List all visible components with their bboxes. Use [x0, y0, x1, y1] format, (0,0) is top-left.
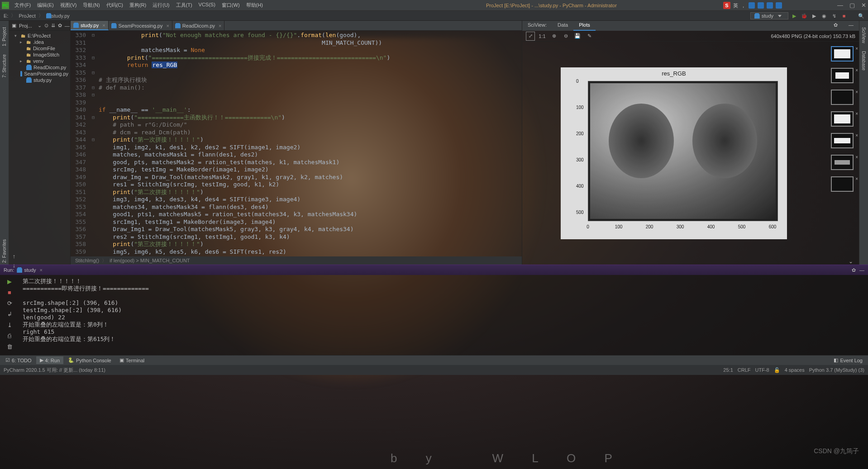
actual-size-icon[interactable]: 1:1: [538, 32, 547, 41]
close-icon[interactable]: ×: [166, 23, 169, 28]
ime-icon-3[interactable]: [767, 2, 773, 9]
ime-lang[interactable]: 英: [733, 2, 738, 9]
run-button[interactable]: ▶: [790, 12, 798, 20]
menu-vcs[interactable]: VCS(S): [196, 1, 218, 9]
close-button[interactable]: ✕: [861, 2, 866, 9]
menu-code[interactable]: 代码(C): [104, 1, 126, 9]
breadcrumb-file[interactable]: study.py: [52, 13, 70, 19]
stop-button[interactable]: ■: [840, 12, 848, 20]
maximize-button[interactable]: ▢: [849, 2, 855, 9]
todo-tab[interactable]: ☑ 6: TODO: [2, 356, 35, 364]
ime-icon-4[interactable]: [776, 2, 782, 9]
sciview-tool-tab[interactable]: SciView: [861, 25, 866, 45]
minimize-button[interactable]: —: [837, 2, 843, 9]
terminal-tab[interactable]: ▣ Terminal: [116, 356, 148, 364]
plot-thumb[interactable]: ×: [831, 176, 854, 192]
ime-icon-1[interactable]: [749, 2, 755, 9]
hide-icon[interactable]: —: [843, 21, 859, 31]
attach-button[interactable]: ↯: [830, 12, 838, 20]
favorites-tool-tab[interactable]: 2: Favorites: [2, 237, 7, 265]
console-output[interactable]: 第二次拼接！！！！！===========即将进行拼接！============…: [19, 275, 868, 355]
close-icon[interactable]: ×: [855, 176, 858, 181]
project-tree[interactable]: ▾🖿E:\ProJect▸🖿.idea🖿DicomFile🖿ImageStitc…: [9, 31, 70, 265]
close-icon[interactable]: ×: [855, 133, 858, 138]
tree-item[interactable]: 🖿DicomFile: [9, 45, 70, 52]
gear-icon[interactable]: ✿: [828, 21, 843, 31]
down-icon[interactable]: ↓: [10, 261, 19, 270]
fold-column[interactable]: ⊟⊟⊟⊟⊟⊟⊟: [90, 31, 97, 256]
zoom-in-icon[interactable]: ⊕: [549, 32, 558, 41]
tree-item[interactable]: ▸🖿.idea: [9, 39, 70, 45]
code-content[interactable]: print("Not enough matches are found - {}…: [97, 31, 522, 256]
up-icon[interactable]: ↑: [10, 251, 19, 261]
menu-edit[interactable]: 编辑(E): [34, 1, 57, 9]
save-icon[interactable]: 💾: [573, 32, 582, 41]
delete-icon[interactable]: 🗑: [5, 342, 14, 351]
project-tool-tab[interactable]: 1: Project: [2, 25, 7, 48]
indent-info[interactable]: 4 spaces: [785, 367, 805, 373]
menu-file[interactable]: 文件(F): [12, 1, 33, 9]
clear-icon[interactable]: ✎: [585, 32, 594, 41]
editor-tab[interactable]: SeamProcessing.py×: [109, 21, 172, 30]
search-everywhere-button[interactable]: 🔍: [857, 12, 865, 20]
coverage-button[interactable]: ▶: [810, 12, 818, 20]
interpreter-info[interactable]: Python 3.7 (MyStudy) (3): [809, 367, 864, 373]
caret-position[interactable]: 25:1: [723, 367, 733, 373]
hide-icon[interactable]: —: [859, 267, 864, 273]
breadcrumb-project[interactable]: ProJect: [19, 13, 35, 19]
close-icon[interactable]: ×: [855, 90, 858, 95]
context-item[interactable]: if len(good) > MIN_MATCH_COUNT: [110, 258, 190, 263]
close-icon[interactable]: ×: [102, 23, 105, 28]
collapse-panel-icon[interactable]: ⌄: [846, 258, 855, 265]
dropdown-icon[interactable]: ⌄: [38, 23, 42, 28]
sciview-tab-plots[interactable]: Plots: [573, 21, 595, 31]
tree-item[interactable]: 🖿ImageStitch: [9, 52, 70, 58]
close-icon[interactable]: ×: [219, 23, 221, 28]
menu-view[interactable]: 视图(V): [57, 1, 80, 9]
softwrap-icon[interactable]: ↲: [5, 309, 14, 318]
close-icon[interactable]: ×: [855, 46, 858, 51]
tree-item[interactable]: ▾🖿E:\ProJect: [9, 33, 70, 39]
menu-refactor[interactable]: 重构(R): [127, 1, 149, 9]
readonly-icon[interactable]: 🔓: [774, 367, 780, 373]
ime-icon-2[interactable]: [758, 2, 764, 9]
debug-button[interactable]: 🐞: [800, 12, 808, 20]
locate-icon[interactable]: ⊙: [44, 23, 48, 28]
zoom-out-icon[interactable]: ⊖: [561, 32, 570, 41]
run-tab[interactable]: study ×: [14, 266, 45, 274]
sciview-tab-data[interactable]: Data: [552, 21, 573, 31]
tree-item[interactable]: SeamProcessing.py: [9, 71, 70, 77]
menu-help[interactable]: 帮助(H): [243, 1, 266, 9]
editor-tab[interactable]: ReadDicom.py×: [172, 21, 225, 30]
status-message[interactable]: PyCharm 2020.1.5 可用: // 更新... (today 8:1…: [4, 367, 105, 374]
menu-run[interactable]: 运行(U): [150, 1, 172, 9]
plot-thumb[interactable]: ×: [831, 46, 854, 62]
python-console-tab[interactable]: 🐍 Python Console: [64, 356, 115, 364]
file-encoding[interactable]: UTF-8: [755, 367, 769, 373]
close-icon[interactable]: ×: [855, 111, 858, 116]
plot-thumb[interactable]: ×: [831, 90, 854, 105]
gear-icon[interactable]: ✿: [852, 267, 856, 273]
hide-icon[interactable]: —: [65, 23, 70, 28]
structure-tool-tab[interactable]: 7: Structure: [2, 52, 7, 80]
plot-thumb[interactable]: ×: [831, 133, 854, 148]
run-config-selector[interactable]: study: [750, 12, 788, 19]
database-tool-tab[interactable]: Database: [861, 49, 866, 72]
rerun-button[interactable]: ▶: [5, 277, 14, 286]
plot-thumb[interactable]: ×: [831, 155, 854, 170]
collapse-icon[interactable]: ⇊: [51, 23, 55, 28]
profile-button[interactable]: ◉: [820, 12, 828, 20]
tree-item[interactable]: ▸🖿venv: [9, 58, 70, 64]
code-editor[interactable]: 3303313323333343353363373383393403413423…: [71, 31, 522, 256]
gear-icon[interactable]: ✿: [58, 23, 62, 28]
context-item[interactable]: StitchImg(): [75, 258, 99, 263]
plot-canvas[interactable]: res_RGB 0 100 200 300 400 500 0 100 200 …: [522, 42, 825, 265]
close-icon[interactable]: ×: [855, 68, 858, 73]
menu-tools[interactable]: 工具(T): [173, 1, 195, 9]
close-icon[interactable]: ×: [40, 267, 43, 273]
restart-button[interactable]: ⟳: [5, 298, 14, 308]
line-separator[interactable]: CRLF: [738, 367, 751, 373]
sogou-icon[interactable]: S: [723, 2, 730, 9]
plot-thumb[interactable]: ×: [831, 111, 854, 127]
stop-button[interactable]: ■: [5, 288, 14, 297]
